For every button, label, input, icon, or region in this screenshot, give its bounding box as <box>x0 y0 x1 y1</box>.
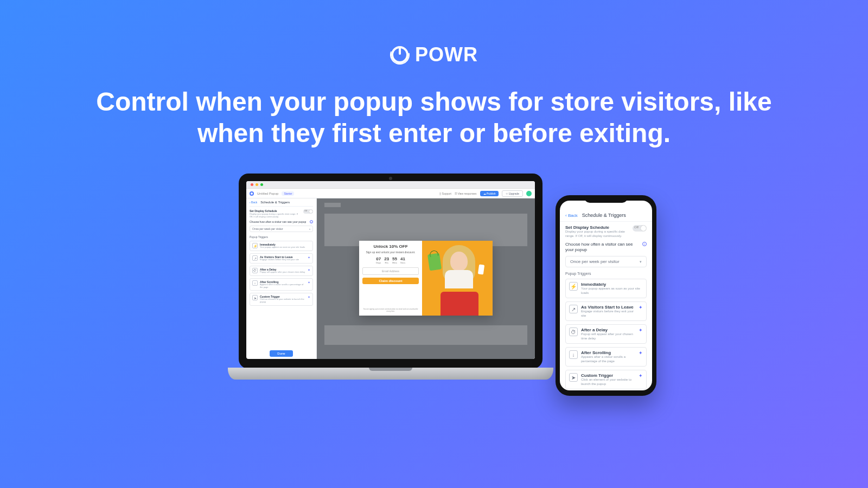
premium-star-icon: ✦ <box>308 280 310 284</box>
scroll-down-icon: ↓ <box>252 280 258 286</box>
frequency-select-mobile[interactable]: Once per week per visitor▾ <box>565 256 647 267</box>
schedule-desc-mobile: Display your popup during a specific dat… <box>565 230 629 239</box>
svg-rect-1 <box>399 47 401 55</box>
bolt-icon: ⚡ <box>569 282 578 291</box>
triggers-header-mobile: Popup Triggers <box>565 272 647 275</box>
placeholder-block <box>324 325 527 345</box>
exit-arrow-icon: ↗ <box>252 255 258 261</box>
brand: POWR <box>390 43 478 66</box>
support-link[interactable]: ⍰ Support <box>439 192 451 195</box>
minimize-dot[interactable] <box>256 183 258 186</box>
close-dot[interactable] <box>251 183 253 186</box>
laptop-mockup: Untitled Popup Starter ⍰ Support ☰ View … <box>228 174 553 390</box>
phone-mockup: ‹ Back Schedule & Triggers Set Display S… <box>556 195 656 396</box>
timer-icon: ⏱ <box>569 328 578 336</box>
trigger-scroll[interactable]: ↓ After ScrollingAppears after a visitor… <box>250 278 313 291</box>
countdown: 07Days 23Hrs 55Mins 41Secs <box>362 256 419 264</box>
placeholder-block <box>324 203 341 207</box>
panel-title: Schedule & Triggers <box>260 201 290 204</box>
app-logo-icon[interactable] <box>250 191 254 196</box>
panel-title-mobile: Schedule & Triggers <box>582 213 626 218</box>
schedule-toggle[interactable]: Off <box>303 209 313 214</box>
app-topbar: Untitled Popup Starter ⍰ Support ☰ View … <box>246 189 535 198</box>
schedule-desc: Display your popup during a specific dat… <box>250 213 301 218</box>
chevron-down-icon: ▾ <box>640 260 642 264</box>
info-icon[interactable]: i <box>642 242 647 246</box>
popup-preview: ✕ Unlock 10% OFF Sign up and unlock your… <box>359 241 493 316</box>
claim-discount-button[interactable]: Claim discount <box>362 278 419 284</box>
view-responses-link[interactable]: ☰ View responses <box>455 192 477 195</box>
laptop-base <box>228 368 553 380</box>
scroll-down-icon: ↓ <box>569 350 578 359</box>
popup-title: Unlock 10% OFF <box>362 244 419 249</box>
device-mockups: Untitled Popup Starter ⍰ Support ☰ View … <box>228 174 640 477</box>
avatar[interactable] <box>526 191 532 196</box>
premium-star-icon: ✦ <box>639 328 643 333</box>
preview-canvas: ✕ Unlock 10% OFF Sign up and unlock your… <box>317 198 535 359</box>
brand-name: POWR <box>415 43 478 66</box>
back-button-mobile[interactable]: ‹ Back <box>565 213 578 218</box>
email-input[interactable]: Email Address <box>362 267 419 275</box>
cursor-icon: ➤ <box>252 295 258 300</box>
premium-star-icon: ✦ <box>308 268 310 272</box>
trigger-custom[interactable]: ➤ Custom TriggerClick an element of your… <box>250 293 313 306</box>
premium-star-icon: ✦ <box>308 255 310 259</box>
info-icon[interactable]: i <box>310 220 313 223</box>
headline: Control when your popup shows for store … <box>81 86 787 149</box>
trigger-custom-mobile[interactable]: ➤ Custom TriggerClick an element of your… <box>565 370 647 389</box>
popup-image <box>422 241 493 316</box>
bolt-icon: ⚡ <box>252 243 258 248</box>
premium-star-icon: ✦ <box>308 295 310 299</box>
laptop-camera <box>389 177 392 180</box>
doc-title[interactable]: Untitled Popup <box>257 192 278 195</box>
premium-star-icon: ✦ <box>639 373 643 378</box>
trigger-exit-intent-mobile[interactable]: ↗ As Visitors Start to LeaveEngage visit… <box>565 301 647 321</box>
trigger-scroll-mobile[interactable]: ↓ After ScrollingAppears after a visitor… <box>565 347 647 367</box>
cursor-icon: ➤ <box>569 373 578 382</box>
settings-panel: ‹ Back Schedule & Triggers Set Display S… <box>246 198 317 359</box>
chevron-down-icon: ▾ <box>309 228 310 230</box>
back-button[interactable]: ‹ Back <box>250 201 257 204</box>
frequency-label: Choose how often a visitor can see your … <box>250 220 308 223</box>
trigger-delay-mobile[interactable]: ⏱ After a DelayPopup will appear after y… <box>565 324 647 344</box>
plan-badge: Starter <box>282 191 294 196</box>
exit-arrow-icon: ↗ <box>569 305 578 313</box>
frequency-label-mobile: Choose how often a visitor can see your … <box>565 242 639 253</box>
timer-icon: ⏱ <box>252 268 258 273</box>
zoom-dot[interactable] <box>260 183 263 186</box>
powr-logo-icon <box>390 45 410 65</box>
premium-star-icon: ✦ <box>639 305 643 310</box>
popup-subtitle: Sign up and unlock your instant discount… <box>362 251 419 254</box>
phone-notch <box>584 195 628 203</box>
schedule-toggle-mobile[interactable]: Off <box>633 225 647 232</box>
trigger-immediately[interactable]: ⚡ ImmediatelyYour popup appears as soon … <box>250 241 313 251</box>
publish-button[interactable]: ☁ Publish <box>480 191 499 196</box>
window-controls <box>246 181 535 189</box>
triggers-header: Popup Triggers <box>250 235 313 239</box>
premium-star-icon: ✦ <box>639 350 643 356</box>
upgrade-button[interactable]: ☆ Upgrade <box>502 190 523 197</box>
frequency-select[interactable]: Once per week per visitor▾ <box>250 226 313 232</box>
popup-footnote: You are signing up to receive communicat… <box>362 308 419 312</box>
done-button[interactable]: Done <box>270 350 292 357</box>
trigger-immediately-mobile[interactable]: ⚡ ImmediatelyYour popup appears as soon … <box>565 279 647 298</box>
trigger-exit-intent[interactable]: ↗ As Visitors Start to LeaveEngage visit… <box>250 253 313 264</box>
trigger-delay[interactable]: ⏱ After a DelayPopup will appear after y… <box>250 266 313 276</box>
schedule-label-mobile: Set Display Schedule <box>565 225 629 230</box>
